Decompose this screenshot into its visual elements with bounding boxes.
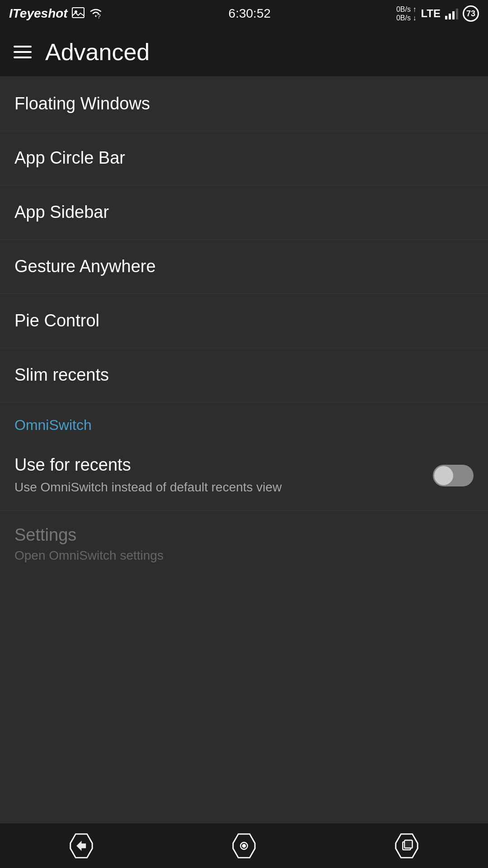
menu-item-slim-recents[interactable]: Slim recents — [0, 348, 488, 402]
svg-text:?: ? — [97, 13, 101, 19]
network-speeds: 0B/s ↑ 0B/s ↓ — [396, 5, 416, 22]
section-label-text: OmniSwitch — [14, 417, 92, 433]
settings-title: Settings — [14, 525, 474, 545]
nav-home-button[interactable] — [226, 828, 262, 864]
bottom-nav — [0, 823, 488, 868]
menu-item-floating-windows[interactable]: Floating Windows — [0, 77, 488, 131]
content-area: Floating Windows App Circle Bar App Side… — [0, 77, 488, 577]
menu-item-label: App Circle Bar — [14, 148, 125, 167]
svg-rect-9 — [404, 840, 412, 848]
nav-recents-button[interactable] — [389, 828, 425, 864]
toggle-thumb — [434, 466, 453, 485]
svg-point-6 — [243, 844, 245, 847]
header: Advanced — [0, 27, 488, 77]
use-for-recents-subtitle: Use OmniSwitch instead of default recent… — [14, 478, 424, 496]
status-bar-left: ITeyeshot ? — [9, 6, 103, 21]
status-bar: ITeyeshot ? 6:30:52 0B/s ↑ 0B/s ↓ LTE — [0, 0, 488, 27]
use-for-recents-title: Use for recents — [14, 455, 424, 475]
menu-item-label: Pie Control — [14, 311, 99, 330]
menu-item-pie-control[interactable]: Pie Control — [0, 294, 488, 348]
settings-item: Settings Open OmniSwitch settings — [0, 511, 488, 577]
menu-item-label: Gesture Anywhere — [14, 257, 156, 276]
status-bar-right: 0B/s ↑ 0B/s ↓ LTE 73 — [396, 5, 479, 22]
menu-item-app-sidebar[interactable]: App Sidebar — [0, 185, 488, 240]
status-time: 6:30:52 — [229, 6, 271, 21]
use-for-recents-toggle[interactable] — [433, 465, 474, 486]
svg-rect-0 — [72, 8, 84, 18]
image-icon — [71, 6, 85, 21]
page-title: Advanced — [45, 38, 150, 66]
battery-indicator: 73 — [463, 5, 479, 22]
network-down: 0B/s ↓ — [396, 14, 416, 22]
wifi-icon: ? — [89, 7, 103, 20]
settings-subtitle: Open OmniSwitch settings — [14, 548, 474, 563]
menu-item-label: Slim recents — [14, 365, 109, 384]
use-for-recents-text: Use for recents Use OmniSwitch instead o… — [14, 455, 433, 496]
menu-item-label: App Sidebar — [14, 203, 109, 222]
omniswitch-section-label: OmniSwitch — [0, 402, 488, 441]
menu-item-label: Floating Windows — [14, 94, 150, 113]
menu-item-app-circle-bar[interactable]: App Circle Bar — [0, 131, 488, 185]
signal-bars — [445, 8, 458, 19]
app-name: ITeyeshot — [9, 6, 68, 21]
menu-item-gesture-anywhere[interactable]: Gesture Anywhere — [0, 240, 488, 294]
lte-icon: LTE — [421, 7, 441, 20]
network-up: 0B/s ↑ — [396, 5, 416, 14]
hamburger-menu-button[interactable] — [14, 46, 32, 58]
nav-back-button[interactable] — [63, 828, 99, 864]
use-for-recents-item[interactable]: Use for recents Use OmniSwitch instead o… — [0, 441, 488, 511]
